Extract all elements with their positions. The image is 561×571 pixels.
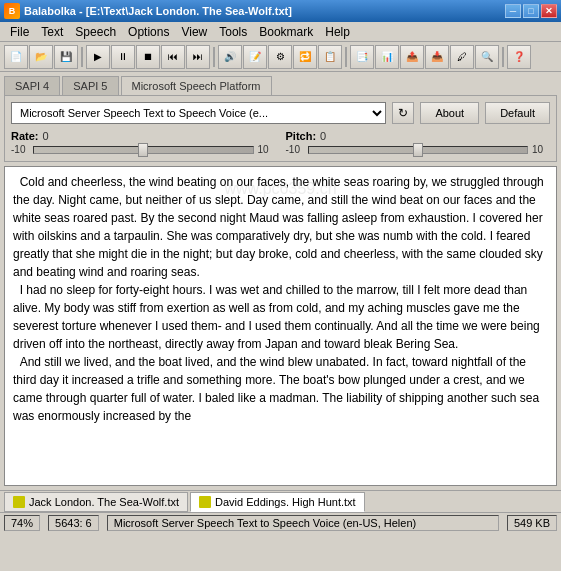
menu-options[interactable]: Options [122, 23, 175, 41]
title-bar: B Balabolka - [E:\Text\Jack London. The … [0, 0, 561, 22]
toolbar-prev[interactable]: ⏮ [161, 45, 185, 69]
rate-min: -10 [11, 144, 29, 155]
status-voice-info: Microsoft Server Speech Text to Speech V… [107, 515, 499, 531]
rate-label: Rate: [11, 130, 39, 142]
toolbar-save[interactable]: 💾 [54, 45, 78, 69]
pitch-range-row: -10 10 [286, 144, 551, 155]
toolbar-btn-11[interactable]: 📑 [350, 45, 374, 69]
toolbar: 📄 📂 💾 ▶ ⏸ ⏹ ⏮ ⏭ 🔊 📝 ⚙ 🔁 📋 📑 📊 📤 📥 🖊 🔍 ❓ [0, 42, 561, 72]
tab-microsoft-speech-platform[interactable]: Microsoft Speech Platform [121, 76, 272, 95]
app-icon: B [4, 3, 20, 19]
toolbar-btn-7[interactable]: 📝 [243, 45, 267, 69]
rate-slider[interactable] [33, 146, 254, 154]
pitch-label-row: Pitch: 0 [286, 130, 551, 142]
maximize-button[interactable]: □ [523, 4, 539, 18]
toolbar-stop[interactable]: ⏹ [136, 45, 160, 69]
toolbar-btn-15[interactable]: 🖊 [450, 45, 474, 69]
toolbar-next[interactable]: ⏭ [186, 45, 210, 69]
title-bar-left: B Balabolka - [E:\Text\Jack London. The … [4, 3, 292, 19]
toolbar-btn-9[interactable]: 🔁 [293, 45, 317, 69]
pitch-group: Pitch: 0 -10 10 [286, 130, 551, 155]
tabs-row: SAPI 4 SAPI 5 Microsoft Speech Platform [0, 72, 561, 95]
text-content: Cold and cheerless, the wind beating on … [13, 173, 548, 425]
pitch-slider[interactable] [308, 146, 529, 154]
close-button[interactable]: ✕ [541, 4, 557, 18]
default-button[interactable]: Default [485, 102, 550, 124]
toolbar-btn-14[interactable]: 📥 [425, 45, 449, 69]
bottom-tabs: Jack London. The Sea-Wolf.txt David Eddi… [0, 490, 561, 512]
menu-bookmark[interactable]: Bookmark [253, 23, 319, 41]
bottom-tab-sea-wolf-label: Jack London. The Sea-Wolf.txt [29, 496, 179, 508]
toolbar-separator-2 [213, 47, 215, 67]
status-file-size: 549 KB [507, 515, 557, 531]
toolbar-help[interactable]: ❓ [507, 45, 531, 69]
toolbar-btn-8[interactable]: ⚙ [268, 45, 292, 69]
toolbar-btn-12[interactable]: 📊 [375, 45, 399, 69]
pitch-label: Pitch: [286, 130, 317, 142]
bottom-tab-sea-wolf-icon [13, 496, 25, 508]
bottom-tab-high-hunt-icon [199, 496, 211, 508]
rate-label-row: Rate: 0 [11, 130, 276, 142]
toolbar-btn-16[interactable]: 🔍 [475, 45, 499, 69]
content-panel: Microsoft Server Speech Text to Speech V… [4, 95, 557, 162]
menu-speech[interactable]: Speech [69, 23, 122, 41]
about-button[interactable]: About [420, 102, 479, 124]
menu-bar: File Text Speech Options View Tools Book… [0, 22, 561, 42]
rate-max: 10 [258, 144, 276, 155]
toolbar-play[interactable]: ▶ [86, 45, 110, 69]
bottom-tab-sea-wolf[interactable]: Jack London. The Sea-Wolf.txt [4, 492, 188, 512]
text-area[interactable]: www.pc6359.cn Cold and cheerless, the wi… [4, 166, 557, 486]
status-bar: 74% 5643: 6 Microsoft Server Speech Text… [0, 512, 561, 532]
pitch-value: 0 [320, 130, 326, 142]
menu-help[interactable]: Help [319, 23, 356, 41]
tab-sapi4[interactable]: SAPI 4 [4, 76, 60, 95]
menu-tools[interactable]: Tools [213, 23, 253, 41]
voice-select[interactable]: Microsoft Server Speech Text to Speech V… [11, 102, 386, 124]
menu-file[interactable]: File [4, 23, 35, 41]
refresh-button[interactable]: ↻ [392, 102, 414, 124]
toolbar-pause[interactable]: ⏸ [111, 45, 135, 69]
sliders-row: Rate: 0 -10 10 Pitch: 0 -10 10 [11, 130, 550, 155]
minimize-button[interactable]: ─ [505, 4, 521, 18]
status-position: 5643: 6 [48, 515, 99, 531]
menu-view[interactable]: View [175, 23, 213, 41]
menu-text[interactable]: Text [35, 23, 69, 41]
toolbar-btn-10[interactable]: 📋 [318, 45, 342, 69]
status-zoom: 74% [4, 515, 40, 531]
toolbar-separator-4 [502, 47, 504, 67]
pitch-max: 10 [532, 144, 550, 155]
toolbar-separator-1 [81, 47, 83, 67]
toolbar-btn-6[interactable]: 🔊 [218, 45, 242, 69]
toolbar-separator-3 [345, 47, 347, 67]
title-bar-text: Balabolka - [E:\Text\Jack London. The Se… [24, 5, 292, 17]
tab-sapi5[interactable]: SAPI 5 [62, 76, 118, 95]
rate-value: 0 [43, 130, 49, 142]
rate-group: Rate: 0 -10 10 [11, 130, 276, 155]
toolbar-new[interactable]: 📄 [4, 45, 28, 69]
title-bar-controls: ─ □ ✕ [505, 4, 557, 18]
toolbar-open[interactable]: 📂 [29, 45, 53, 69]
voice-row: Microsoft Server Speech Text to Speech V… [11, 102, 550, 124]
rate-range-row: -10 10 [11, 144, 276, 155]
bottom-tab-high-hunt[interactable]: David Eddings. High Hunt.txt [190, 492, 365, 512]
bottom-tab-high-hunt-label: David Eddings. High Hunt.txt [215, 496, 356, 508]
pitch-min: -10 [286, 144, 304, 155]
toolbar-btn-13[interactable]: 📤 [400, 45, 424, 69]
